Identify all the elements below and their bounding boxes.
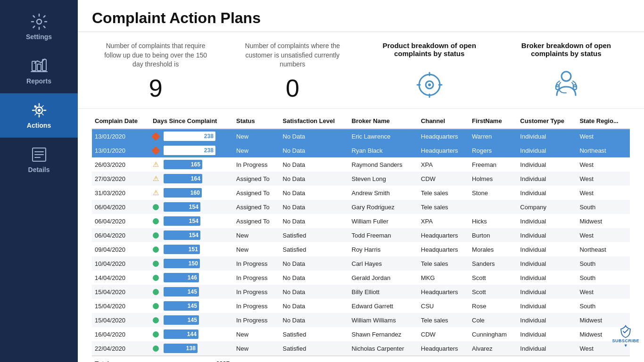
main-content: Complaint Action Plans Number of complai… [78,0,644,362]
cell-firstname [469,200,517,214]
total-label: Total [92,356,150,362]
table-row: 06/04/2020 154 Assigned To No Data Willi… [92,214,630,228]
cell-firstname: Sanders [469,256,517,271]
stat-card-1: Number of complaints that require follow… [92,41,219,104]
sidebar-details-label: Details [28,166,50,173]
cell-satisfaction: No Data [280,271,349,285]
cell-channel: XPA [418,157,469,172]
cell-days: 145 [150,285,233,299]
cell-broker: Raymond Sanders [349,157,418,172]
cell-firstname: Morales [469,242,517,256]
cell-broker: Andrew Smith [349,186,418,200]
sidebar-item-reports[interactable]: Reports [0,49,78,93]
cell-satisfaction: No Data [280,157,349,172]
sidebar-item-actions[interactable]: Actions [0,93,78,138]
sidebar-item-details[interactable]: Details [0,138,78,182]
cell-channel: Headquarters [418,341,469,356]
table-row: 13/01/2020 238 New No Data Eric Lawrence… [92,129,630,143]
cell-channel: CDW [418,172,469,186]
cell-date: 22/04/2020 [92,341,150,356]
col-complain-date: Complain Date [92,114,150,129]
cell-channel: Tele sales [418,186,469,200]
cell-date: 15/04/2020 [92,313,150,327]
table-row: 06/04/2020 154 Assigned To No Data Gary … [92,200,630,214]
cell-channel: Tele sales [418,200,469,214]
table-row: 15/04/2020 145 In Progress No Data Edwar… [92,299,630,313]
cell-channel: XPA [418,214,469,228]
cell-channel: Headquarters [418,228,469,242]
cell-firstname: Holmes [469,172,517,186]
cell-channel: Headquarters [418,285,469,299]
cell-state: West [577,172,630,186]
cell-date: 15/04/2020 [92,285,150,299]
cell-broker: Todd Freeman [349,228,418,242]
cell-status: New [233,228,280,242]
cell-broker: Eric Lawrence [349,129,418,143]
cell-date: 13/01/2020 [92,143,150,157]
stat-card-1-value: 9 [149,74,163,102]
cell-date: 16/04/2020 [92,327,150,341]
cell-date: 09/04/2020 [92,242,150,256]
sidebar-settings-label: Settings [26,33,52,41]
col-satisfaction: Satisfaction Level [280,114,349,129]
cell-satisfaction: No Data [280,313,349,327]
details-icon [31,146,48,163]
cell-custtype: Individual [517,228,577,242]
cell-custtype: Individual [517,129,577,143]
cell-days: 154 [150,228,233,242]
cell-days: ⚠ 165 [150,157,233,172]
cell-broker: William Fuller [349,214,418,228]
cell-state: South [577,271,630,285]
cell-broker: Ryan Black [349,143,418,157]
cell-broker: Carl Hayes [349,256,418,271]
cell-channel: MKG [418,271,469,285]
cell-firstname: Cunningham [469,327,517,341]
cell-days: ⚠ 160 [150,186,233,200]
cell-firstname: Scott [469,285,517,299]
stat-card-1-desc: Number of complaints that require follow… [104,41,207,69]
stat-card-2-value: 0 [286,74,299,102]
cell-date: 06/04/2020 [92,214,150,228]
cell-state: West [577,129,630,143]
cell-status: New [233,143,280,157]
svg-point-14 [561,72,571,81]
table-row: 10/04/2020 150 In Progress No Data Carl … [92,256,630,271]
cell-days: 138 [150,341,233,356]
stat-card-2: Number of complaints where the customer … [229,41,356,104]
cell-satisfaction: No Data [280,285,349,299]
cell-channel: Headquarters [418,129,469,143]
cell-days: 146 [150,271,233,285]
cell-satisfaction: No Data [280,129,349,143]
cell-status: Assigned To [233,200,280,214]
reports-icon [31,58,48,74]
page-title: Complaint Action Plans [92,9,630,27]
sidebar-item-settings[interactable]: Settings [0,5,78,49]
cell-broker: Steven Long [349,172,418,186]
table-header-row: Complain Date Days Since Complaint Statu… [92,114,630,129]
cell-date: 27/03/2020 [92,172,150,186]
cell-channel: Headquarters [418,143,469,157]
cell-satisfaction: Satisfied [280,228,349,242]
cell-date: 06/04/2020 [92,200,150,214]
cell-date: 13/01/2020 [92,129,150,143]
table-row: 27/03/2020 ⚠ 164 Assigned To No Data Ste… [92,172,630,186]
table-row: 06/04/2020 154 New Satisfied Todd Freema… [92,228,630,242]
cell-satisfaction: No Data [280,143,349,157]
col-channel: Channel [418,114,469,129]
stat-card-4-icon [547,66,585,104]
cell-state: West [577,157,630,172]
col-status: Status [233,114,280,129]
cell-firstname: Warren [469,129,517,143]
cell-channel: Headquarters [418,242,469,256]
cell-date: 06/04/2020 [92,228,150,242]
cell-date: 31/03/2020 [92,186,150,200]
cell-days: 154 [150,200,233,214]
page-header: Complaint Action Plans [78,0,644,32]
cell-firstname: Cole [469,313,517,327]
cell-satisfaction: No Data [280,172,349,186]
cell-days: 144 [150,327,233,341]
cell-state: Northeast [577,242,630,256]
cell-custtype: Individual [517,341,577,356]
cell-custtype: Individual [517,172,577,186]
table-row: 15/04/2020 145 In Progress No Data Billy… [92,285,630,299]
